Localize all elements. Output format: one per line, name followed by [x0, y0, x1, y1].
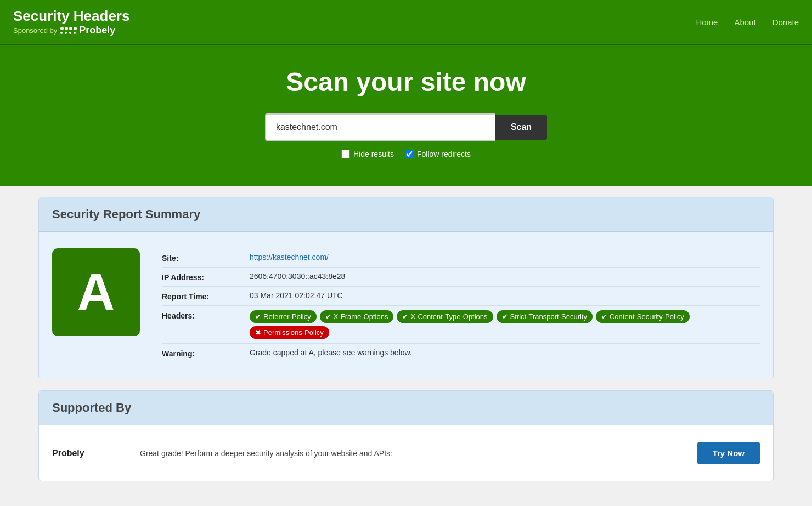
time-value: 03 Mar 2021 02:02:47 UTC [250, 291, 343, 300]
hide-results-checkbox[interactable] [341, 150, 350, 158]
report-card: Security Report Summary A Site: https://… [38, 197, 774, 379]
report-ip-row: IP Address: 2606:4700:3030::ac43:8e28 [162, 268, 760, 287]
header-tag: Permissions-Policy [250, 326, 329, 339]
scan-input[interactable] [265, 113, 495, 141]
follow-redirects-label[interactable]: Follow redirects [405, 150, 471, 158]
check-icon [325, 312, 331, 321]
site-label: Site: [162, 253, 250, 263]
site-title: Security Headers [13, 8, 129, 25]
probely-name: Probely [79, 25, 115, 36]
report-site-row: Site: https://kastechnet.com/ [162, 248, 760, 268]
check-icon [255, 312, 261, 321]
brand: Security Headers Sponsored by Probely [13, 8, 129, 36]
ip-label: IP Address: [162, 272, 250, 282]
grade-badge: A [52, 248, 140, 336]
report-warning-row: Warning: Grade capped at A, please see w… [162, 344, 760, 362]
report-table: Site: https://kastechnet.com/ IP Address… [162, 248, 760, 362]
headers-label: Headers: [162, 310, 250, 320]
scan-form: Scan [11, 113, 801, 141]
header-tag: Referrer-Policy [250, 310, 317, 323]
report-time-row: Report Time: 03 Mar 2021 02:02:47 UTC [162, 287, 760, 306]
probely-dots-icon [60, 27, 77, 35]
sponsor-desc: Great grade! Perform a deeper security a… [140, 449, 686, 458]
nav-about[interactable]: About [734, 18, 755, 27]
warning-value: Grade capped at A, please see warnings b… [250, 348, 412, 357]
check-icon [502, 312, 508, 321]
hide-results-label[interactable]: Hide results [341, 150, 394, 158]
time-label: Report Time: [162, 291, 250, 301]
header-tag: Strict-Transport-Security [497, 310, 593, 323]
supported-card-header: Supported By [39, 391, 773, 425]
sponsor-line: Sponsored by Probely [13, 25, 129, 36]
header-tag: Content-Security-Policy [596, 310, 690, 323]
main-nav: Home About Donate [696, 18, 799, 27]
hide-results-text: Hide results [353, 150, 394, 158]
supported-card: Supported By Probely Great grade! Perfor… [38, 390, 774, 481]
headers-list: Referrer-Policy X-Frame-Options X-Conten… [250, 310, 760, 339]
check-icon [402, 312, 408, 321]
hero-title: Scan your site now [11, 67, 801, 97]
report-card-header: Security Report Summary [39, 197, 773, 232]
try-now-button[interactable]: Try Now [697, 442, 760, 464]
header-tag: X-Content-Type-Options [397, 310, 493, 323]
follow-redirects-text: Follow redirects [417, 150, 471, 158]
probely-logo: Probely [60, 25, 115, 36]
ip-value: 2606:4700:3030::ac43:8e28 [250, 272, 345, 281]
sponsor-name: Probely [52, 448, 129, 458]
site-link[interactable]: https://kastechnet.com/ [250, 253, 329, 261]
site-value: https://kastechnet.com/ [250, 253, 329, 261]
scan-button[interactable]: Scan [495, 115, 547, 140]
report-section-title: Security Report Summary [52, 207, 760, 221]
check-icon [601, 312, 607, 321]
hero-section: Scan your site now Scan Hide results Fol… [0, 45, 812, 186]
main-content: Security Report Summary A Site: https://… [27, 197, 785, 481]
supported-section-title: Supported By [52, 401, 760, 415]
warning-label: Warning: [162, 348, 250, 358]
nav-home[interactable]: Home [696, 18, 718, 27]
follow-redirects-checkbox[interactable] [405, 150, 414, 158]
site-header: Security Headers Sponsored by Probely Ho… [0, 0, 812, 45]
sponsor-label: Sponsored by [13, 26, 57, 35]
header-tag: X-Frame-Options [320, 310, 394, 323]
report-headers-row: Headers: Referrer-Policy X-Frame-Options… [162, 306, 760, 344]
headers-value: Referrer-Policy X-Frame-Options X-Conten… [250, 310, 760, 339]
nav-donate[interactable]: Donate [772, 18, 799, 27]
supported-layout: Probely Great grade! Perform a deeper se… [52, 442, 760, 464]
scan-options: Hide results Follow redirects [11, 150, 801, 158]
x-icon [255, 328, 261, 337]
supported-card-body: Probely Great grade! Perform a deeper se… [39, 425, 773, 481]
report-card-body: A Site: https://kastechnet.com/ IP Addre… [39, 232, 773, 379]
report-layout: A Site: https://kastechnet.com/ IP Addre… [52, 248, 760, 362]
